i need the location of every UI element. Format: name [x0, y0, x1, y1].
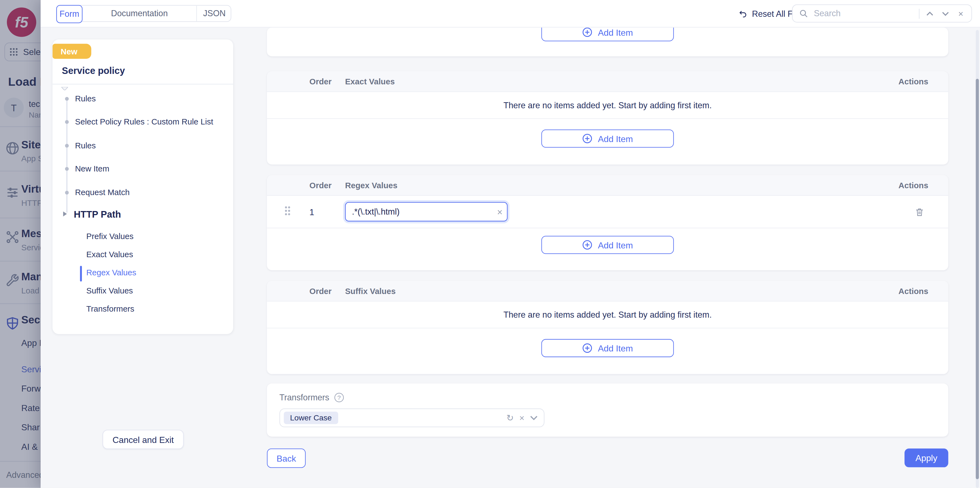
plus-circle-icon	[582, 27, 593, 37]
suffix-values-table: Order Suffix Values Actions There are no…	[267, 281, 948, 374]
nav-child-prefix-values[interactable]: Prefix Values	[86, 231, 134, 241]
expanded-arrow-icon	[63, 211, 67, 216]
order-column-header: Order	[309, 180, 345, 190]
actions-column-header: Actions	[899, 286, 928, 295]
add-item-label: Add Item	[598, 240, 633, 250]
chevron-down-icon[interactable]	[530, 415, 538, 420]
exact-values-table: Order Exact Values Actions There are no …	[267, 72, 948, 164]
prefix-values-card-partial: Add Item	[267, 27, 948, 56]
regex-values-column-header: Regex Values	[345, 180, 398, 190]
select-controls: ↻ ×	[506, 413, 538, 422]
tree-dot	[65, 191, 69, 195]
transformers-select[interactable]: Lower Case ↻ ×	[280, 408, 544, 427]
regex-input-wrap: ×	[345, 202, 508, 222]
tree-rail	[66, 97, 67, 213]
delete-row-button[interactable]	[915, 207, 924, 217]
add-item-button-exact[interactable]: Add Item	[541, 129, 674, 148]
search-box: ×	[792, 5, 972, 22]
clear-selection-icon[interactable]: ×	[519, 413, 525, 422]
form-title: Service policy	[62, 65, 125, 76]
close-icon: ×	[958, 8, 964, 18]
search-close-button[interactable]: ×	[955, 8, 966, 19]
plus-circle-icon	[582, 343, 593, 354]
plus-circle-icon	[582, 133, 593, 144]
tree-dot	[65, 144, 69, 148]
search-next-button[interactable]	[940, 8, 951, 19]
transformers-card: Transformers ? Lower Case ↻ ×	[267, 383, 948, 437]
actions-column-header: Actions	[899, 77, 928, 86]
table-row: 1 ×	[267, 196, 948, 228]
nav-item-select-policy-rules[interactable]: Select Policy Rules : Custom Rule List	[75, 117, 213, 126]
chevron-up-icon	[926, 11, 933, 16]
tab-documentation[interactable]: Documentation	[83, 5, 196, 21]
selected-tag[interactable]: Lower Case	[284, 411, 338, 424]
add-item-button-regex[interactable]: Add Item	[541, 236, 674, 254]
plus-circle-icon	[582, 239, 593, 250]
reset-icon	[738, 9, 748, 18]
add-item-label: Add Item	[598, 134, 633, 144]
nav-item-label: Request Match	[75, 188, 130, 197]
cancel-and-exit-button[interactable]: Cancel and Exit	[102, 430, 184, 449]
app-root: f5 Sele Load Ba T tec Nam Sites App S Vi…	[0, 0, 980, 488]
nav-item-new-item[interactable]: New Item	[75, 164, 109, 173]
regex-value-input[interactable]	[345, 202, 508, 222]
exact-values-column-header: Exact Values	[345, 77, 395, 86]
nav-child-suffix-values[interactable]: Suffix Values	[86, 286, 133, 295]
nav-item-rules-2[interactable]: Rules	[75, 141, 96, 150]
nav-divider	[52, 84, 233, 85]
drag-handle[interactable]	[285, 206, 291, 218]
add-item-button-suffix[interactable]: Add Item	[541, 339, 674, 357]
nav-item-request-match[interactable]: Request Match	[75, 188, 130, 197]
refresh-icon[interactable]: ↻	[506, 413, 514, 422]
collapse-notch-icon[interactable]	[61, 83, 68, 94]
main-form-column: Add Item Order Exact Values Actions Ther…	[267, 27, 948, 468]
tab-form[interactable]: Form	[56, 5, 83, 23]
nav-item-rules-1[interactable]: Rules	[75, 94, 96, 103]
new-badge: New	[52, 44, 91, 59]
nav-item-label: Rules	[75, 141, 96, 150]
tree-dot	[65, 97, 69, 101]
row-order-number: 1	[309, 207, 345, 217]
empty-state-text: There are no items added yet. Start by a…	[267, 92, 948, 119]
clear-input-icon[interactable]: ×	[497, 207, 503, 217]
nav-item-label: Rules	[75, 94, 96, 103]
nav-child-regex-values[interactable]: Regex Values	[86, 268, 136, 277]
table-header: Order Regex Values Actions	[267, 175, 948, 196]
tab-json[interactable]: JSON	[196, 5, 232, 21]
scrollbar-thumb[interactable]	[976, 79, 979, 479]
help-icon[interactable]: ?	[334, 393, 344, 402]
search-divider	[919, 8, 919, 18]
nav-item-label: Select Policy Rules : Custom Rule List	[75, 117, 213, 126]
order-column-header: Order	[309, 77, 345, 86]
nav-child-transformers[interactable]: Transformers	[86, 304, 134, 313]
add-item-button-prefix[interactable]: Add Item	[541, 27, 674, 41]
nav-child-exact-values[interactable]: Exact Values	[86, 249, 133, 259]
search-icon	[799, 9, 808, 18]
view-tabs: Form Documentation JSON	[56, 5, 231, 22]
add-item-row: Add Item	[267, 329, 948, 374]
active-indicator-bar	[80, 266, 82, 282]
search-input[interactable]	[813, 8, 914, 19]
nav-item-http-path[interactable]: HTTP Path	[74, 209, 121, 220]
tree-dot	[65, 120, 69, 124]
actions-column-header: Actions	[899, 180, 928, 190]
transformers-label-text: Transformers	[280, 393, 329, 402]
add-item-row: Add Item	[267, 119, 948, 164]
form-footer: Back Apply	[267, 448, 948, 468]
back-button[interactable]: Back	[267, 448, 305, 468]
order-column-header: Order	[309, 286, 345, 295]
search-prev-button[interactable]	[924, 8, 935, 19]
chevron-down-icon	[942, 11, 949, 16]
table-header: Order Exact Values Actions	[267, 72, 948, 92]
modal-dim-overlay	[0, 0, 41, 488]
nav-item-label: New Item	[75, 164, 109, 173]
drawer-content: New Service policy Rules Select Policy R…	[41, 27, 980, 488]
apply-button[interactable]: Apply	[905, 448, 948, 467]
empty-state-text: There are no items added yet. Start by a…	[267, 301, 948, 329]
product-sidebar: f5 Sele Load Ba T tec Nam Sites App S Vi…	[0, 0, 41, 488]
regex-values-table: Order Regex Values Actions 1 ×	[267, 175, 948, 270]
trash-icon	[915, 207, 924, 217]
table-header: Order Suffix Values Actions	[267, 281, 948, 301]
service-policy-drawer: Form Documentation JSON Reset All Fields…	[41, 0, 980, 488]
form-nav-card: New Service policy Rules Select Policy R…	[52, 39, 233, 334]
